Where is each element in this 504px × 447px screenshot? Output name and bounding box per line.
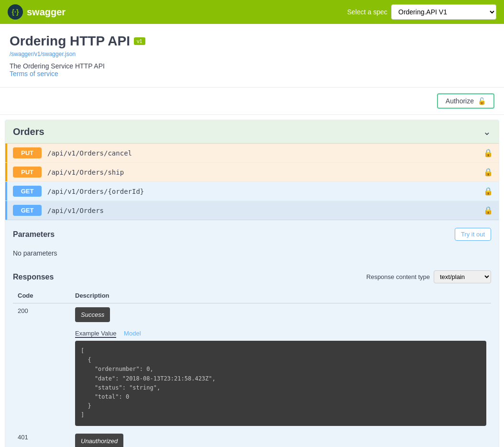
- api-version-badge: v1: [134, 37, 145, 45]
- chevron-down-icon: ⌄: [483, 126, 491, 137]
- api-title-text: Ordering HTTP API: [10, 34, 130, 49]
- endpoint-put-ship: PUT /api/v1/Orders/ship 🔒: [5, 163, 499, 182]
- lock-icon-orders: 🔒: [483, 206, 493, 215]
- endpoint-panel-get-orders: Parameters Try it out No parameters Resp…: [5, 220, 499, 447]
- table-row: 401 Unauthorized: [13, 430, 491, 447]
- response-code-200: 200: [13, 303, 70, 430]
- api-spec-link[interactable]: /swagger/v1/swagger.json: [10, 51, 494, 57]
- endpoint-row-put-cancel[interactable]: PUT /api/v1/Orders/cancel 🔒: [5, 144, 499, 162]
- terms-of-service-link[interactable]: Terms of service: [10, 70, 58, 78]
- content-type-dropdown[interactable]: text/plain: [434, 270, 491, 283]
- response-desc-box-401: Unauthorized: [75, 434, 123, 447]
- response-content-type-label: Response content type: [366, 273, 430, 280]
- section-title: Orders: [13, 126, 44, 137]
- endpoint-path-cancel: /api/v1/Orders/cancel: [47, 149, 478, 157]
- response-desc-box-200: Success: [75, 307, 110, 322]
- info-section: Ordering HTTP API v1 /swagger/v1/swagger…: [0, 24, 504, 88]
- responses-section: Responses Response content type text/pla…: [13, 270, 491, 447]
- response-content-type-area: Response content type text/plain: [366, 270, 491, 283]
- response-table: Code Description 200 Success Example Val…: [13, 288, 491, 447]
- lock-icon-ship: 🔒: [483, 168, 493, 177]
- method-badge-get-orderid: GET: [13, 186, 42, 197]
- endpoint-get-orderid: GET /api/v1/Orders/{orderId} 🔒: [5, 182, 499, 201]
- endpoint-row-get-orderid[interactable]: GET /api/v1/Orders/{orderId} 🔒: [5, 182, 499, 201]
- responses-title: Responses: [13, 273, 54, 281]
- logo-symbol: {·}: [12, 8, 19, 16]
- spec-dropdown[interactable]: Ordering.API V1: [391, 4, 496, 20]
- no-params-text: No parameters: [13, 246, 491, 261]
- parameters-title: Parameters: [13, 230, 55, 239]
- code-block-200: [ { "ordernumber": 0, "date": "2018-08-1…: [75, 341, 486, 426]
- lock-icon-orderid: 🔒: [483, 187, 493, 196]
- endpoint-row-get-orders[interactable]: GET /api/v1/Orders 🔒: [5, 201, 499, 220]
- parameters-section: Parameters Try it out No parameters: [13, 228, 491, 261]
- try-it-out-button[interactable]: Try it out: [455, 228, 491, 241]
- lock-icon: 🔓: [478, 97, 486, 105]
- method-badge-put: PUT: [13, 147, 42, 158]
- api-title: Ordering HTTP API v1: [10, 34, 494, 49]
- api-description: The Ordering Service HTTP API: [10, 62, 494, 70]
- responses-header: Responses Response content type text/pla…: [13, 270, 491, 283]
- lock-icon-cancel: 🔒: [483, 148, 493, 157]
- response-desc-401: Unauthorized: [70, 430, 491, 447]
- example-value-tab[interactable]: Example Value: [75, 330, 116, 338]
- authorize-button-label: Authorize: [446, 97, 474, 105]
- select-spec-label: Select a spec: [347, 8, 387, 16]
- spec-selector: Select a spec Ordering.API V1: [347, 4, 496, 20]
- table-row: 200 Success Example Value Model [ { "ord…: [13, 303, 491, 430]
- swagger-logo-text: swagger: [27, 7, 66, 18]
- authorize-button[interactable]: Authorize 🔓: [437, 93, 494, 109]
- model-tab[interactable]: Model: [124, 330, 141, 337]
- code-column-header: Code: [13, 288, 70, 303]
- response-desc-200: Success Example Value Model [ { "ordernu…: [70, 303, 491, 430]
- swagger-logo: {·} swagger: [8, 4, 66, 20]
- method-badge-put-ship: PUT: [13, 167, 42, 178]
- orders-section: Orders ⌄ PUT /api/v1/Orders/cancel 🔒 PUT…: [5, 120, 499, 447]
- authorize-section: Authorize 🔓: [0, 88, 504, 115]
- orders-section-header[interactable]: Orders ⌄: [5, 120, 499, 144]
- method-badge-get-orders: GET: [13, 205, 42, 216]
- endpoint-put-cancel: PUT /api/v1/Orders/cancel 🔒: [5, 144, 499, 163]
- response-code-401: 401: [13, 430, 70, 447]
- swagger-logo-icon: {·}: [8, 4, 23, 20]
- endpoint-get-orders: GET /api/v1/Orders 🔒 Parameters Try it o…: [5, 201, 499, 447]
- endpoint-path-orders: /api/v1/Orders: [47, 207, 478, 214]
- endpoint-path-orderid: /api/v1/Orders/{orderId}: [47, 188, 478, 195]
- parameters-header: Parameters Try it out: [13, 228, 491, 241]
- desc-column-header: Description: [70, 288, 491, 303]
- endpoint-path-ship: /api/v1/Orders/ship: [47, 168, 478, 176]
- top-bar: {·} swagger Select a spec Ordering.API V…: [0, 0, 504, 24]
- endpoint-row-put-ship[interactable]: PUT /api/v1/Orders/ship 🔒: [5, 163, 499, 181]
- example-tabs-200: Example Value Model: [75, 330, 486, 338]
